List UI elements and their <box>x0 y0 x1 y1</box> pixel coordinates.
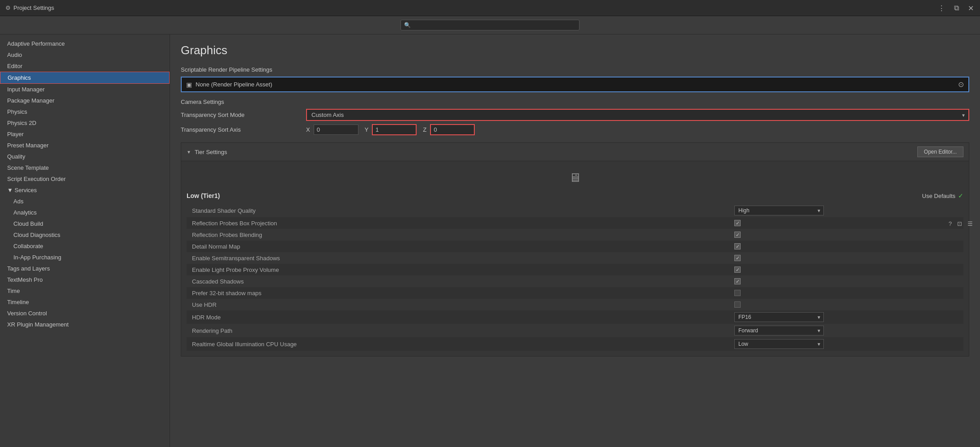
setting-row: Enable Light Probe Proxy Volume✓ <box>187 264 963 275</box>
axis-row: X Y Z <box>306 124 969 135</box>
search-bar: 🔍 <box>0 16 980 34</box>
setting-row: Use HDR <box>187 299 963 310</box>
setting-dropdown-wrap: FP16R11G11B10 <box>734 312 824 322</box>
setting-row: Realtime Global Illumination CPU UsageLo… <box>187 337 963 351</box>
sidebar-item-cloud-diagnostics[interactable]: Cloud Diagnostics <box>0 229 170 241</box>
checkbox-checked[interactable]: ✓ <box>734 220 741 226</box>
sidebar-item-in-app-purchasing[interactable]: In-App Purchasing <box>0 252 170 263</box>
setting-value <box>734 301 958 308</box>
close-button[interactable]: ✕ <box>965 3 976 13</box>
low-tier-header: Low (Tier1) Use Defaults ✓ <box>187 192 963 199</box>
setting-name: Realtime Global Illumination CPU Usage <box>192 341 734 348</box>
monitor-icon: 🖥 <box>187 167 963 192</box>
y-input[interactable] <box>372 124 417 135</box>
sidebar-item-time[interactable]: Time <box>0 285 170 297</box>
use-defaults-label: Use Defaults <box>922 193 955 199</box>
setting-dropdown-wrap: LowMediumHighUnlimited <box>734 339 824 349</box>
sidebar-item-scene-template[interactable]: Scene Template <box>0 162 170 173</box>
settings-rows: Standard Shader QualityLowMediumHighRefl… <box>187 204 963 351</box>
setting-name: Reflection Probes Box Projection <box>192 220 734 227</box>
sidebar-item-quality[interactable]: Quality <box>0 151 170 162</box>
transparency-sort-axis-row: Transparency Sort Axis X Y Z <box>181 124 969 135</box>
setting-name: HDR Mode <box>192 314 734 321</box>
content-area: ? ⊡ ☰ Graphics Scriptable Render Pipelin… <box>170 34 980 447</box>
setting-value: LowMediumHigh <box>734 206 958 215</box>
sidebar-item-cloud-build[interactable]: Cloud Build <box>0 218 170 229</box>
checkbox-checked[interactable]: ✓ <box>734 232 741 238</box>
tier-header: ▼ Tier Settings Open Editor... <box>181 143 969 161</box>
transparency-sort-mode-select[interactable]: Custom Axis Default Perspective Orthogra… <box>306 109 969 121</box>
setting-row: Rendering PathForwardDeferred <box>187 324 963 337</box>
sidebar-item-package-manager[interactable]: Package Manager <box>0 95 170 106</box>
pipeline-selector-button[interactable]: ⊙ <box>958 80 964 89</box>
sidebar-item-physics-2d[interactable]: Physics 2D <box>0 117 170 129</box>
search-input[interactable] <box>401 20 579 30</box>
sidebar-item-version-control[interactable]: Version Control <box>0 308 170 319</box>
title-bar: ⚙ Project Settings ⋮ ⧉ ✕ <box>0 0 980 16</box>
tier-content: 🖥 Low (Tier1) Use Defaults ✓ Standard Sh… <box>181 161 969 356</box>
sidebar-item-timeline[interactable]: Timeline <box>0 297 170 308</box>
use-defaults-check: ✓ <box>958 192 963 199</box>
tier-settings-section: ▼ Tier Settings Open Editor... 🖥 Low (Ti… <box>181 142 969 357</box>
z-input[interactable] <box>430 124 475 135</box>
sidebar-item-preset-manager[interactable]: Preset Manager <box>0 140 170 151</box>
sidebar-item-audio[interactable]: Audio <box>0 49 170 60</box>
transparency-sort-axis-value: X Y Z <box>306 124 969 135</box>
main-layout: Adaptive PerformanceAudioEditorGraphicsI… <box>0 34 980 447</box>
tier-header-left: ▼ Tier Settings <box>187 149 227 155</box>
more-options-button[interactable]: ⋮ <box>935 3 948 13</box>
sidebar-item-player[interactable]: Player <box>0 129 170 140</box>
menu-icon[interactable]: ☰ <box>967 220 973 227</box>
checkbox-checked[interactable]: ✓ <box>734 266 741 273</box>
header-icons: ? ⊡ ☰ <box>949 220 973 227</box>
transparency-sort-axis-label: Transparency Sort Axis <box>181 126 306 133</box>
setting-dropdown[interactable]: ForwardDeferred <box>734 326 824 335</box>
sidebar-item-textmesh-pro[interactable]: TextMesh Pro <box>0 274 170 285</box>
setting-dropdown[interactable]: FP16R11G11B10 <box>734 312 824 322</box>
setting-value: ForwardDeferred <box>734 326 958 335</box>
restore-button[interactable]: ⧉ <box>951 3 962 13</box>
sidebar-item-input-manager[interactable]: Input Manager <box>0 84 170 95</box>
setting-row: HDR ModeFP16R11G11B10 <box>187 310 963 324</box>
sidebar-item-graphics[interactable]: Graphics <box>0 72 170 84</box>
open-editor-button[interactable]: Open Editor... <box>917 146 963 157</box>
setting-value: ✓ <box>734 266 958 273</box>
transparency-sort-mode-value: Custom Axis Default Perspective Orthogra… <box>306 109 969 121</box>
y-label: Y <box>365 126 369 133</box>
setting-name: Enable Light Probe Proxy Volume <box>192 266 734 273</box>
setting-value: LowMediumHighUnlimited <box>734 339 958 349</box>
setting-name: Rendering Path <box>192 327 734 334</box>
setting-value: ✓ <box>734 278 958 284</box>
sidebar-item-analytics[interactable]: Analytics <box>0 207 170 218</box>
setting-row: Detail Normal Map✓ <box>187 241 963 252</box>
sidebar-item-ads[interactable]: Ads <box>0 196 170 207</box>
checkbox-checked[interactable]: ✓ <box>734 278 741 284</box>
sidebar-item-adaptive-performance[interactable]: Adaptive Performance <box>0 38 170 49</box>
checkbox-checked[interactable]: ✓ <box>734 255 741 261</box>
layout-icon[interactable]: ⊡ <box>957 220 962 227</box>
sidebar-item-collaborate[interactable]: Collaborate <box>0 241 170 252</box>
sidebar-item-editor[interactable]: Editor <box>0 60 170 72</box>
setting-row: Prefer 32-bit shadow maps <box>187 287 963 299</box>
sidebar-item-script-execution-order[interactable]: Script Execution Order <box>0 173 170 185</box>
sidebar-item-tags-and-layers[interactable]: Tags and Layers <box>0 263 170 274</box>
sidebar-item-physics[interactable]: Physics <box>0 106 170 117</box>
title-bar-controls: ⋮ ⧉ ✕ <box>935 3 976 13</box>
checkbox-unchecked[interactable] <box>734 301 741 308</box>
help-icon[interactable]: ? <box>949 220 952 227</box>
setting-row: Standard Shader QualityLowMediumHigh <box>187 204 963 217</box>
sidebar-item-xr-plugin-management[interactable]: XR Plugin Management <box>0 319 170 330</box>
sidebar-item-services[interactable]: ▼ Services <box>0 185 170 196</box>
setting-name: Prefer 32-bit shadow maps <box>192 290 734 297</box>
sidebar: Adaptive PerformanceAudioEditorGraphicsI… <box>0 34 170 447</box>
checkbox-unchecked[interactable] <box>734 290 741 296</box>
pipeline-icon: ▣ <box>186 81 192 88</box>
checkbox-checked[interactable]: ✓ <box>734 243 741 249</box>
setting-dropdown-wrap: LowMediumHigh <box>734 206 824 215</box>
setting-value <box>734 290 958 296</box>
srp-section-label: Scriptable Render Pipeline Settings <box>181 66 969 73</box>
setting-dropdown[interactable]: LowMediumHigh <box>734 206 824 215</box>
z-label: Z <box>423 126 426 133</box>
setting-dropdown[interactable]: LowMediumHighUnlimited <box>734 339 824 349</box>
x-input[interactable] <box>314 125 358 135</box>
